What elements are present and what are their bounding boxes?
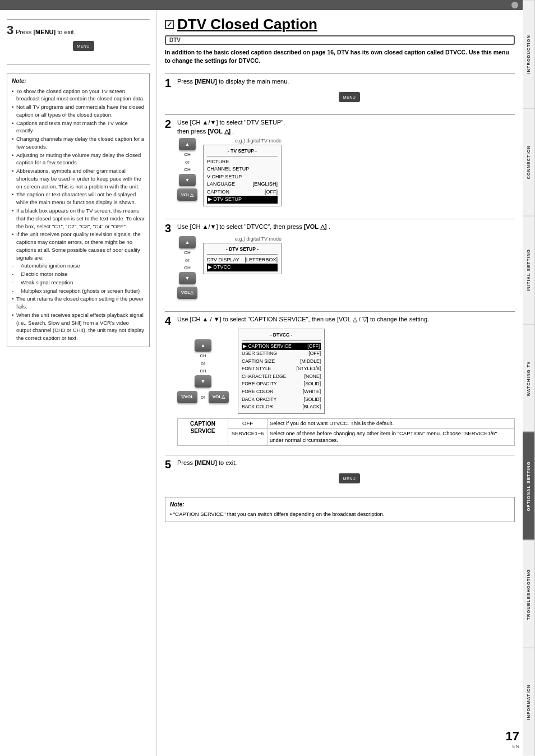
- step2-ch-down-btn[interactable]: ▼: [179, 174, 196, 186]
- right-step1-number: 1: [165, 77, 177, 89]
- step3-ch-up-label: CH: [184, 250, 191, 255]
- right-step5-menu-btn: MENU: [184, 473, 515, 483]
- step3-or: or: [185, 257, 190, 263]
- step3-eg-label: e.g.) digital TV mode: [235, 236, 282, 242]
- step2-menu-row-vchip: V-CHIP SETUP: [207, 173, 278, 181]
- note-item: If a black box appears on the TV screen,…: [12, 207, 145, 230]
- intro-text: In addition to the basic closed caption …: [165, 48, 515, 64]
- right-step2-key: [VOL △]: [207, 128, 230, 135]
- right-column: ✓ DTV Closed Caption DTV In addition to …: [157, 10, 523, 756]
- step4-fore-opacity-row: FORE OPACITY[SOLID]: [242, 380, 321, 388]
- step2-ch-up-btn[interactable]: ▲: [179, 138, 196, 150]
- right-step4-row: 4 Use [CH ▲ / ▼] to select "CAPTION SERV…: [165, 315, 515, 326]
- right-step3-number: 3: [165, 223, 177, 234]
- note-item-sub: Electric motor noise: [12, 270, 145, 278]
- right-step2-block: 2 Use [CH ▲/▼] to select "DTV SETUP", th…: [165, 118, 515, 210]
- left-note-box: Note: To show the closed caption on your…: [7, 73, 150, 347]
- step3-vol-btn[interactable]: VOL△: [177, 287, 197, 299]
- left-step3-text: Press [MENU] to exit.: [16, 29, 75, 35]
- right-step1-desc: Press [MENU] to display the main menu.: [177, 77, 289, 86]
- tab-initial-setting[interactable]: INITIAL SETTING: [523, 216, 535, 324]
- page-title: DTV Closed Caption: [177, 16, 317, 33]
- step4-back-color-row: BACK COLOR[BLACK]: [242, 403, 321, 411]
- step3-menu-row-display: DTV DISPLAY[LETTERBOX]: [207, 256, 278, 264]
- step3-vol-area: VOL△: [177, 287, 197, 299]
- step4-char-edge-row: CHARACTER EDGE[NONE]: [242, 373, 321, 381]
- step4-or: or: [201, 361, 205, 366]
- tab-information[interactable]: INFORMATION: [523, 648, 535, 756]
- caption-service-label: CAPTION SERVICE: [178, 418, 228, 445]
- note-item: Changing channels may delay the closed c…: [12, 135, 145, 151]
- left-menu-btn-body: MENU: [73, 41, 94, 51]
- caption-service-table-area: CAPTION SERVICE OFF Select if you do not…: [177, 418, 515, 446]
- step3-menu-box: - DTV SETUP - DTV DISPLAY[LETTERBOX] ▶ D…: [203, 243, 282, 274]
- note-item: When the unit receives special effects p…: [12, 311, 145, 342]
- step4-menu-area: - DTVCC - ▶ CAPTION SERVICE[OFF] USER SE…: [238, 329, 325, 414]
- step3-ch-up-controls: ▲ CH: [179, 236, 196, 255]
- right-step4-number: 4: [165, 315, 177, 326]
- step2-ch-down-label: CH: [184, 167, 191, 172]
- right-bottom-note: Note: • "CAPTION SERVICE" that you can s…: [165, 497, 515, 522]
- step2-eg-label: e.g.) digital TV mode: [235, 138, 282, 144]
- step4-ch-up-btn[interactable]: ▲: [195, 339, 211, 352]
- right-step2-row: 2 Use [CH ▲/▼] to select "DTV SETUP", th…: [165, 118, 515, 136]
- note-item-sub: Automobile ignition noise: [12, 262, 145, 270]
- step2-menu-title: - TV SETUP -: [207, 147, 278, 156]
- tab-introduction[interactable]: INTRODUCTION: [523, 0, 535, 108]
- right-step2-content: ▲ CH or CH ▼ VOL△ e.g.) digital TV mode: [177, 138, 515, 206]
- caption-service-table: CAPTION SERVICE OFF Select if you do not…: [177, 418, 515, 446]
- page-number-area: 17 EN: [506, 729, 519, 749]
- note-item: Captions and texts may not match the TV …: [12, 119, 145, 135]
- right-step3-content: ▲ CH or CH ▼ VOL△ e.g.) digital TV mode: [177, 236, 515, 299]
- left-step3-key: [MENU]: [33, 29, 56, 35]
- step3-controls: ▲ CH or CH ▼ VOL△: [177, 236, 197, 299]
- right-step3-key: [VOL △]: [304, 223, 327, 230]
- caption-off-desc: Select if you do not want DTVCC. This is…: [268, 418, 515, 428]
- note-item: Not all TV programs and commercials have…: [12, 103, 145, 119]
- left-note-list: To show the closed caption on your TV sc…: [12, 87, 145, 343]
- right-step5-row: 5 Press [MENU] to exit.: [165, 459, 515, 470]
- step4-controls: ▲ CH or CH ▼ ▽VOL or VOL△: [177, 339, 229, 403]
- step2-vol-area: VOL△: [177, 188, 197, 201]
- step2-menu-row-channel: CHANNEL SETUP: [207, 165, 278, 173]
- right-step3-block: 3 Use [CH ▲/▼] to select "DTVCC", then p…: [165, 223, 515, 302]
- note-item-sub: Multiplex signal reception (ghosts or sc…: [12, 287, 145, 295]
- step2-vol-btn[interactable]: VOL△: [177, 188, 197, 201]
- top-bar-dot: [511, 2, 518, 8]
- step3-ch-down-btn[interactable]: ▼: [179, 272, 196, 284]
- tab-connection[interactable]: CONNECTION: [523, 108, 535, 216]
- step2-controls: ▲ CH or CH ▼ VOL△: [177, 138, 197, 201]
- left-step3-number: 3: [7, 23, 13, 38]
- left-note-title: Note:: [12, 77, 145, 86]
- step4-vol-up-area: VOL△: [209, 391, 229, 403]
- right-step5-menu-btn-label: MENU: [343, 477, 356, 481]
- note-item: Abbreviations, symbols and other grammat…: [12, 167, 145, 190]
- main-container: 3 Press [MENU] to exit. MENU Note: To sh…: [0, 10, 523, 756]
- caption-table-row2: SERVICE1~6 Select one of these before ch…: [178, 428, 515, 446]
- step4-user-setting-row: USER SETTING[OFF]: [242, 350, 321, 358]
- step2-menu-area: e.g.) digital TV mode - TV SETUP - PICTU…: [203, 138, 282, 206]
- step4-vol-down-btn[interactable]: ▽VOL: [177, 391, 197, 403]
- step4-ch-down-controls: CH ▼: [195, 368, 211, 388]
- step4-or2: or: [201, 394, 205, 400]
- right-step1-menu-btn: MENU: [184, 92, 515, 102]
- step2-ch-up-label: CH: [184, 152, 191, 157]
- step4-caption-service-row: ▶ CAPTION SERVICE[OFF]: [242, 343, 321, 351]
- right-step4-desc: Use [CH ▲ / ▼] to select "CAPTION SERVIC…: [177, 315, 429, 324]
- page-number: 17: [506, 729, 519, 744]
- right-step5-desc: Press [MENU] to exit.: [177, 459, 237, 467]
- left-menu-btn: MENU: [17, 41, 150, 51]
- step4-caption-size-row: CAPTION SIZE[MIDDLE]: [242, 358, 321, 366]
- right-step5-key: [MENU]: [195, 459, 217, 466]
- step4-ch-up-controls: ▲ CH: [195, 339, 211, 358]
- step4-ch-down-btn[interactable]: ▼: [195, 375, 211, 388]
- step3-ch-up-btn[interactable]: ▲: [179, 236, 196, 248]
- tab-troubleshooting[interactable]: TROUBLESHOOTING: [523, 540, 535, 648]
- right-step2-number: 2: [165, 118, 177, 130]
- left-step3-section: 3 Press [MENU] to exit. MENU: [7, 23, 150, 54]
- step4-vol-up-btn[interactable]: VOL△: [209, 391, 229, 403]
- tab-optional-setting[interactable]: OPTIONAL SETTING: [523, 432, 535, 540]
- tab-watching-tv[interactable]: WATCHING TV: [523, 324, 535, 432]
- right-step5-menu-btn-body: MENU: [339, 473, 360, 483]
- caption-table-row1: CAPTION SERVICE OFF Select if you do not…: [178, 418, 515, 428]
